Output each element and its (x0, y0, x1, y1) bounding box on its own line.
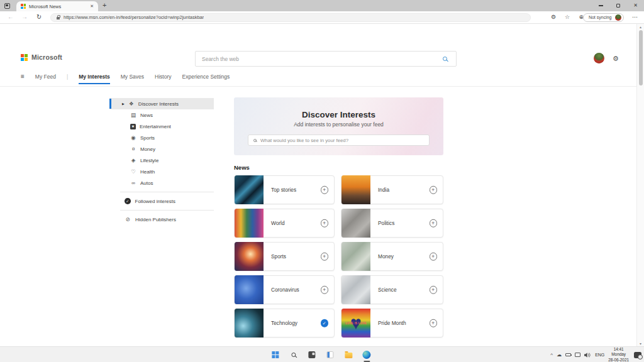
language-indicator[interactable]: ENG (595, 353, 604, 357)
add-interest-button[interactable]: + (321, 219, 329, 228)
add-interest-button[interactable]: + (430, 219, 438, 228)
page-scrollbar[interactable]: ▴ ▾ (636, 24, 644, 346)
add-interest-button[interactable]: + (430, 286, 438, 294)
sidebar-item-hidden-publishers[interactable]: ⊘Hidden Publishers (109, 214, 214, 225)
interest-tile-science[interactable]: Science+ (341, 275, 443, 304)
hamburger-icon[interactable]: ≡ (21, 73, 25, 80)
add-interest-button[interactable]: + (321, 186, 329, 194)
back-icon[interactable]: ← (8, 14, 14, 20)
task-view-button[interactable] (306, 348, 317, 361)
nav-tab-my-saves[interactable]: My Saves (121, 74, 144, 84)
file-explorer-button[interactable] (343, 348, 353, 361)
brand-wordmark: Microsoft (31, 53, 62, 61)
interest-tile-india[interactable]: India+ (341, 175, 443, 204)
interest-search-input[interactable] (260, 138, 424, 143)
more-menu-icon[interactable]: ⋯ (632, 13, 638, 21)
sidebar-item-lifestyle[interactable]: ◈Lifestyle (109, 155, 214, 166)
close-icon[interactable]: ✕ (633, 3, 638, 8)
scroll-up-icon[interactable]: ▴ (637, 25, 644, 29)
expand-arrow-icon: ▶ (122, 102, 125, 106)
interest-tile-money[interactable]: Money+ (341, 242, 443, 271)
widgets-button[interactable] (325, 348, 335, 361)
tab-close-icon[interactable]: ✕ (90, 4, 94, 9)
sidebar-item-label: News (140, 112, 153, 118)
task-view-icon (308, 351, 315, 358)
tile-label: Money (378, 253, 394, 260)
msn-account-avatar[interactable] (594, 53, 604, 63)
edge-icon (362, 351, 370, 359)
tile-image (235, 209, 264, 238)
sidebar-list: ▶❖Discover Interests▤News★Entertainment◉… (109, 98, 214, 189)
tab-actions-button[interactable] (3, 2, 11, 9)
scroll-down-icon[interactable]: ▾ (637, 341, 644, 346)
taskbar-search-button[interactable] (288, 348, 299, 361)
sidebar-item-discover-interests[interactable]: ▶❖Discover Interests (109, 98, 214, 109)
network-icon[interactable] (575, 353, 580, 357)
address-bar[interactable]: https://www.msn.com/en-in/feed/personali… (50, 13, 531, 23)
sidebar-item-news[interactable]: ▤News (109, 109, 214, 121)
add-interest-button[interactable]: + (321, 253, 329, 261)
add-interest-button[interactable]: + (430, 253, 438, 261)
edge-button[interactable] (361, 348, 372, 361)
web-search-input[interactable] (196, 56, 443, 62)
msn-settings-gear-icon[interactable]: ⚙ (613, 54, 619, 63)
tab-title: Microsoft News (29, 4, 87, 9)
speaker-icon[interactable] (584, 353, 591, 358)
sidebar-item-money[interactable]: ¤Money (109, 143, 214, 155)
sidebar-item-label: Lifestyle (140, 158, 158, 163)
system-tray: ^ ☁ ENG 14:41 Monday 28-06-2021 (550, 347, 641, 362)
web-search-box[interactable] (195, 51, 457, 67)
browser-toolbar: ← → ↻ https://www.msn.com/en-in/feed/per… (0, 11, 644, 24)
tile-label: World (271, 220, 285, 226)
nav-tab-my-feed[interactable]: My Feed (35, 74, 56, 84)
refresh-icon[interactable]: ↻ (36, 14, 42, 20)
sidebar-item-sports[interactable]: ◉Sports (109, 132, 214, 143)
taskbar-center (270, 347, 372, 362)
new-tab-button[interactable]: + (103, 1, 106, 9)
nav-tab-my-interests[interactable]: My Interests (79, 74, 110, 84)
battery-icon[interactable] (565, 353, 571, 356)
start-button[interactable] (270, 348, 280, 361)
interest-tile-top-stories[interactable]: Top stories+ (234, 175, 335, 204)
sidebar-item-followed-interests[interactable]: ✓Followed interests (109, 195, 214, 207)
tile-image (341, 175, 370, 204)
sidebar-item-health[interactable]: ♡Health (109, 166, 214, 177)
tile-label: Politics (378, 220, 394, 226)
browser-tab[interactable]: Microsoft News ✕ (16, 1, 98, 11)
sidebar-item-entertainment[interactable]: ★Entertainment (109, 121, 214, 132)
interest-tile-coronavirus[interactable]: Coronavirus+ (234, 275, 335, 304)
onedrive-cloud-icon[interactable]: ☁ (557, 353, 562, 358)
sidebar-item-label: Discover Interests (138, 101, 179, 107)
interest-tile-world[interactable]: World+ (234, 209, 335, 238)
scrollbar-thumb[interactable] (639, 30, 643, 85)
sync-profile-button[interactable]: Not syncing (583, 13, 624, 23)
add-interest-button[interactable]: + (321, 286, 329, 294)
settings-sparkle-icon[interactable]: ⚙ (551, 13, 556, 21)
interest-tile-politics[interactable]: Politics+ (341, 209, 443, 238)
followed-icon: ✓ (125, 198, 131, 204)
interest-tile-technology[interactable]: Technology✓ (234, 309, 335, 337)
folder-icon (345, 353, 352, 358)
tile-label: Coronavirus (271, 287, 299, 293)
interest-tile-pride-month[interactable]: ♥LOVE IS LOVEPride Month+ (341, 309, 443, 337)
add-interest-button[interactable]: + (430, 186, 438, 194)
nav-tab-experience-settings[interactable]: Experience Settings (182, 74, 230, 84)
taskbar-clock[interactable]: 14:41 Monday 28-06-2021 (608, 347, 629, 362)
notification-chat-icon[interactable] (634, 352, 641, 358)
tray-chevron-up-icon[interactable]: ^ (550, 353, 553, 358)
interest-added-check-icon[interactable]: ✓ (321, 319, 329, 327)
forward-icon[interactable]: → (21, 14, 28, 20)
sidebar-item-label: Hidden Publishers (135, 217, 176, 222)
interest-search-box[interactable] (248, 134, 430, 146)
nav-tab-history[interactable]: History (155, 74, 171, 84)
search-icon[interactable] (443, 57, 447, 61)
minimize-icon[interactable] (599, 5, 603, 6)
add-interest-button[interactable]: + (430, 319, 438, 327)
discover-icon: ❖ (128, 101, 135, 107)
sidebar-item-autos[interactable]: ∞Autos (109, 177, 214, 189)
maximize-icon[interactable] (616, 4, 621, 8)
main-column: Discover Interests Add interests to pers… (234, 97, 443, 346)
favorites-star-icon[interactable]: ☆ (565, 13, 570, 21)
microsoft-brand[interactable]: Microsoft (21, 53, 62, 61)
interest-tile-sports[interactable]: Sports+ (234, 242, 335, 271)
